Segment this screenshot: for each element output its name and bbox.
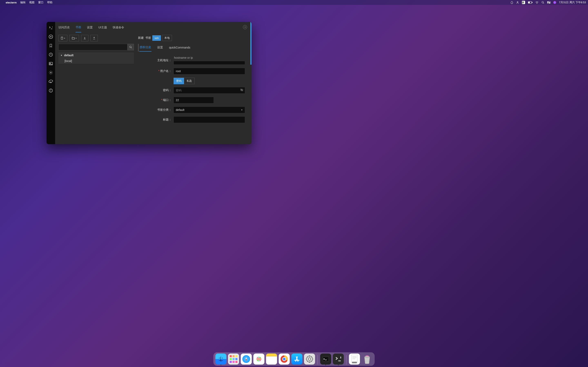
- menu-window[interactable]: 窗口: [38, 1, 43, 4]
- new-folder-button[interactable]: +: [69, 35, 79, 42]
- dock-safari[interactable]: [241, 354, 252, 365]
- bookmark-search-input[interactable]: [58, 44, 127, 50]
- dock-notes[interactable]: [266, 354, 277, 365]
- menubar: electerm 编辑 视图 窗口 帮助 拼 7月31日 周六 下午8:53: [0, 0, 588, 5]
- app-window: 访问历史 书签 设置 UI主题 快速命令 ✕ + +: [47, 22, 251, 144]
- menu-view[interactable]: 视图: [29, 1, 35, 4]
- wifi-icon[interactable]: [535, 1, 539, 4]
- history-icon[interactable]: [49, 52, 53, 57]
- row-category: 书签分类： ▼: [138, 107, 245, 113]
- dock-system-preferences[interactable]: [304, 354, 315, 365]
- svg-point-22: [130, 46, 131, 48]
- new-bookmark-button[interactable]: +: [58, 35, 67, 42]
- label-port: *端口：: [138, 98, 173, 102]
- dock-finder[interactable]: [215, 354, 226, 365]
- port-input[interactable]: [173, 97, 214, 103]
- siri-icon[interactable]: [553, 1, 556, 4]
- dock-photos[interactable]: [253, 354, 264, 365]
- label-bookmark: 书签: [145, 36, 151, 40]
- tab-settings[interactable]: 设置: [87, 26, 93, 32]
- type-local[interactable]: 本地: [162, 35, 172, 41]
- label-title: 标题：: [138, 118, 173, 122]
- new-label: 新建: [138, 36, 144, 40]
- bookmark-search-button[interactable]: [127, 44, 134, 50]
- search-row: [58, 44, 134, 50]
- left-sidebar: [47, 22, 55, 144]
- svg-point-9: [548, 2, 548, 2]
- row-title: 标题：: [138, 117, 245, 123]
- dock-electerm[interactable]: [333, 354, 344, 365]
- subtab-quickcommands[interactable]: quickCommands: [169, 44, 191, 51]
- svg-rect-2: [532, 2, 532, 3]
- type-ssh[interactable]: ssh: [152, 35, 161, 41]
- cloud-icon[interactable]: [49, 79, 53, 84]
- user-icon[interactable]: [516, 1, 519, 4]
- search-icon[interactable]: [541, 1, 544, 4]
- subtab-auth[interactable]: 授权信息: [139, 44, 151, 52]
- bookmarks-pane: + + ▼ default [local]: [58, 35, 134, 144]
- bookmark-item-label: [local]: [65, 59, 72, 63]
- dock-appstore[interactable]: [291, 354, 302, 365]
- new-bookmark-header: 新建 书签 ssh 本地: [138, 35, 245, 41]
- svg-rect-53: [352, 362, 357, 363]
- title-input[interactable]: [173, 117, 245, 123]
- bookmark-item[interactable]: [local]: [58, 58, 134, 64]
- bookmark-icon[interactable]: [49, 43, 53, 48]
- leaf-icon[interactable]: [510, 1, 513, 4]
- battery-icon[interactable]: [528, 1, 532, 4]
- export-button[interactable]: [90, 35, 98, 42]
- dock-chrome[interactable]: [279, 354, 290, 365]
- sub-tabs: 授权信息 设置 quickCommands: [138, 44, 245, 52]
- menubar-app-name[interactable]: electerm: [6, 1, 17, 4]
- image-icon[interactable]: [49, 61, 53, 66]
- top-tabs: 访问历史 书签 设置 UI主题 快速命令 ✕: [55, 22, 251, 33]
- content-area: + + ▼ default [local]: [55, 33, 251, 144]
- category-select[interactable]: [173, 107, 245, 113]
- svg-point-17: [51, 72, 52, 73]
- dock-textedit[interactable]: [349, 354, 360, 365]
- subtab-settings[interactable]: 设置: [157, 44, 163, 51]
- dock-trash[interactable]: [362, 354, 373, 365]
- dock-launchpad[interactable]: [228, 354, 239, 365]
- svg-point-4: [537, 3, 537, 4]
- tab-history[interactable]: 访问历史: [58, 26, 70, 32]
- menubar-left: electerm 编辑 视图 窗口 帮助: [2, 1, 52, 4]
- auth-privatekey-tab[interactable]: 私匙: [184, 78, 195, 84]
- auth-password-tab[interactable]: 密码: [173, 78, 184, 84]
- menu-edit[interactable]: 编辑: [20, 1, 26, 4]
- tab-quick-commands[interactable]: 快速命令: [113, 26, 124, 32]
- info-icon[interactable]: [49, 88, 53, 93]
- close-icon[interactable]: ✕: [243, 25, 247, 29]
- tab-ui-theme[interactable]: UI主题: [98, 26, 107, 32]
- bookmark-group[interactable]: ▼ default: [58, 52, 134, 58]
- menu-help[interactable]: 帮助: [47, 1, 52, 4]
- settings-icon[interactable]: [49, 70, 53, 75]
- control-center-icon[interactable]: [547, 1, 550, 4]
- input-method-icon[interactable]: 拼: [522, 1, 525, 4]
- form-pane: 新建 书签 ssh 本地 授权信息 设置 quickCommands 主机地址：…: [138, 35, 248, 144]
- row-password: 密码：: [138, 87, 245, 94]
- password-input[interactable]: [173, 87, 245, 94]
- svg-point-28: [222, 358, 223, 359]
- add-icon[interactable]: [49, 34, 53, 39]
- bookmark-group-label: default: [64, 54, 73, 57]
- dock-terminal[interactable]: [320, 354, 331, 365]
- svg-rect-48: [323, 357, 329, 361]
- eye-off-icon[interactable]: [240, 88, 243, 92]
- svg-point-10: [549, 3, 550, 3]
- row-host: 主机地址： hostname or ip: [138, 56, 245, 65]
- auth-method-segment: 密码 私匙: [173, 78, 245, 84]
- svg-line-23: [131, 48, 132, 48]
- svg-point-5: [542, 1, 544, 3]
- row-username: *用户名：: [138, 68, 245, 75]
- svg-point-20: [51, 90, 51, 90]
- tab-bookmarks[interactable]: 书签: [76, 25, 81, 33]
- logo-icon[interactable]: [49, 25, 53, 30]
- label-category: 书签分类：: [138, 108, 173, 112]
- svg-point-27: [219, 358, 220, 359]
- menubar-clock[interactable]: 7月31日 周六 下午8:53: [559, 1, 586, 4]
- import-button[interactable]: [81, 35, 88, 42]
- username-input[interactable]: [173, 68, 245, 75]
- host-input[interactable]: [173, 61, 245, 65]
- svg-rect-49: [352, 355, 357, 363]
